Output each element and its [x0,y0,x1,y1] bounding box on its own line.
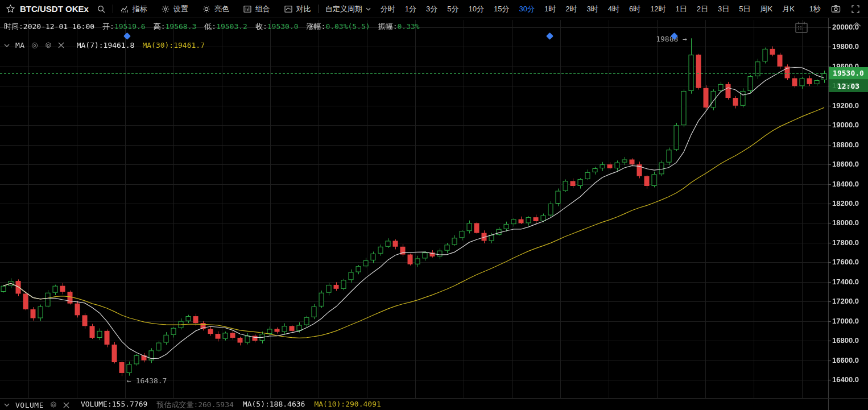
ohlc-field: 低:19503.2 [204,22,247,32]
compare-button[interactable]: 对比 [284,4,311,14]
current-price-badge: 19530.0 [829,67,868,80]
close-icon[interactable] [63,402,69,408]
period-button[interactable]: 30分 [519,4,534,14]
chevron-up-icon[interactable] [852,22,862,27]
indicators-button[interactable]: 指标 [120,4,147,14]
toolbar-divider [113,5,113,13]
price-tick-label: 17800.0 [832,238,866,247]
period-button[interactable]: 3时 [586,4,598,14]
indicators-label: 指标 [133,4,147,14]
period-button[interactable]: 15分 [494,4,509,14]
ma7-value: MA(7):19461.8 [77,41,135,49]
period-button[interactable]: 10分 [469,4,484,14]
search-icon[interactable] [97,5,106,14]
volume-field: VOLUME:155.7769 [81,400,147,410]
custom-period-label: 自定义周期 [325,4,362,14]
volume-field: MA(10):290.4091 [314,400,381,410]
ma30-value: MA(30):19461.7 [142,41,205,49]
gear-icon[interactable] [44,42,52,49]
ohlc-field: 涨幅:0.03%(5.5) [307,22,370,32]
price-tick-label: 18800.0 [832,140,866,150]
gear-icon[interactable] [49,401,57,409]
price-tick-label: 17400.0 [832,278,866,287]
periods-list: 分时1分3分5分10分15分30分1时2时3时4时6时12时1日2日3日5日周K… [381,4,795,14]
chevron-down-icon[interactable] [4,44,10,47]
period-button[interactable]: 5日 [739,4,750,14]
period-button[interactable]: 月K [782,4,795,14]
gear-icon [161,5,170,14]
period-button[interactable]: 2日 [697,4,708,14]
price-tick-label: 19800.0 [832,42,866,51]
favorite-star-icon[interactable] [6,4,15,14]
light-mode-button[interactable]: 亮色 [202,4,229,14]
close-icon[interactable] [58,42,64,48]
period-button[interactable]: 12时 [650,4,666,14]
settings-button[interactable]: 设置 [161,4,188,14]
compare-label: 对比 [296,4,311,14]
ma-pane-name: MA [15,41,25,49]
chevron-down-icon[interactable] [4,403,10,407]
countdown-badge: 12:03 [829,80,868,92]
combine-label: 组合 [255,4,270,14]
toolbar-right-group: 1秒 [809,4,868,14]
ohlc-field: 振幅:0.33% [378,22,420,32]
ma-pane-header: MA MA(7):19461.8 MA(30):19461.7 [4,41,205,49]
price-tick-label: 16600.0 [832,356,866,365]
sun-icon [202,5,211,14]
volume-field: MA(5):188.4636 [243,400,305,410]
period-button[interactable]: 6时 [629,4,640,14]
chart-root: BTC/USDT OKEx 指标 设置 [0,0,868,410]
light-mode-label: 亮色 [214,4,229,14]
volume-field: 预估成交量:260.5934 [156,400,233,410]
price-tick-label: 18200.0 [832,199,866,208]
price-tick-label: 19000.0 [832,121,866,130]
period-button[interactable]: 3分 [426,4,437,14]
volume-pane-header: VOLUME VOLUME:155.7769预估成交量:260.5934MA(5… [4,400,381,410]
volume-values: VOLUME:155.7769预估成交量:260.5934MA(5):188.4… [81,400,381,410]
symbol-group: BTC/USDT OKEx [6,4,106,14]
price-tick-label: 18400.0 [832,180,866,189]
chevron-down-icon [366,7,371,11]
ohlc-field: 高:19568.3 [154,22,197,32]
layout-grid-icon [243,5,252,14]
settings-label: 设置 [173,4,188,14]
price-tick-label: 18600.0 [832,160,866,169]
periods-group: 自定义周期 分时1分3分5分10分15分30分1时2时3时4时6时12时1日2日… [325,4,795,14]
ohlc-field: 时间:2020-12-01 16:00 [4,22,94,32]
period-button[interactable]: 1日 [676,4,687,14]
combine-button[interactable]: 组合 [243,4,270,14]
calendar-icon[interactable] [795,21,808,34]
ohlc-field: 开:19519.6 [102,22,146,32]
price-tick-label: 19200.0 [832,101,866,110]
top-toolbar: BTC/USDT OKEx 指标 设置 [0,0,868,18]
ohlc-field: 收:19530.0 [255,22,299,32]
price-tick-label: 16800.0 [832,336,866,345]
price-tick-label: 18000.0 [832,218,866,227]
eye-icon[interactable] [31,42,39,49]
fullscreen-icon[interactable] [851,5,860,14]
one-second-button[interactable]: 1秒 [809,4,821,14]
price-tick-label: 17600.0 [832,258,866,267]
period-button[interactable]: 2时 [565,4,577,14]
indicator-chart-icon [120,5,129,14]
period-button[interactable]: 1分 [405,4,416,14]
price-tick-label: 16400.0 [832,375,866,384]
period-button[interactable]: 5分 [447,4,458,14]
compare-icon [284,5,293,14]
candlestick-chart-canvas[interactable] [0,0,868,410]
tools-group: 指标 设置 亮色 组合 [120,4,311,14]
ohlc-info-row: 时间:2020-12-01 16:00 开:19519.6 高:19568.3 … [4,22,420,32]
period-button[interactable]: 4时 [608,4,619,14]
low-price-annotation: ← 16438.7 [127,376,167,385]
volume-pane-name: VOLUME [15,401,44,409]
period-button[interactable]: 分时 [381,4,395,14]
price-tick-label: 17000.0 [832,317,866,326]
period-button[interactable]: 周K [760,4,773,14]
symbol-title: BTC/USDT OKEx [20,4,89,14]
toolbar-divider [318,5,319,13]
period-button[interactable]: 3日 [718,4,729,14]
price-tick-label: 17200.0 [832,297,866,306]
camera-icon[interactable] [831,5,841,13]
period-button[interactable]: 1时 [544,4,556,14]
custom-period-dropdown[interactable]: 自定义周期 [325,4,371,14]
